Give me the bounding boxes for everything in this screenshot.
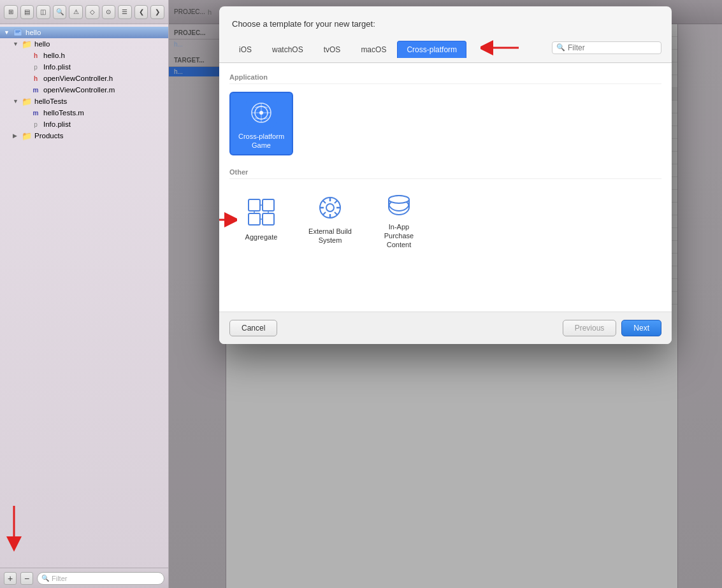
sidebar-tree: ▼ hello ▼ 📁 hello h hello.h p xyxy=(0,24,168,568)
toolbar-btn-7[interactable]: ⊙ xyxy=(102,5,116,19)
filter-input[interactable] xyxy=(568,43,657,52)
tab-arrow-container xyxy=(480,35,531,62)
sidebar-label-info-plist-1: Info.plist xyxy=(43,63,71,71)
toolbar-btn-1[interactable]: ⊞ xyxy=(4,5,18,19)
remove-button[interactable]: − xyxy=(20,572,33,585)
tab-bar: iOS watchOS tvOS macOS Cross-platform xyxy=(219,35,672,63)
sidebar-toolbar: ⊞ ▤ ◫ 🔍 ⚠ ◇ ⊙ ☰ ❮ ❯ xyxy=(0,0,168,24)
sidebar-label-openViewController-m: openViewController.m xyxy=(43,86,115,94)
sidebar-item-helloTests[interactable]: ▼ 📁 helloTests xyxy=(0,96,168,107)
main-area: PROJEC... h TARGET... h PROJEC... h... T… xyxy=(169,0,722,588)
cancel-button[interactable]: Cancel xyxy=(229,320,277,336)
inapp-icon-area xyxy=(382,188,415,219)
template-item-cross-platform-game[interactable]: Cross-platformGame xyxy=(229,92,293,155)
aggregate-icon xyxy=(246,197,277,227)
aggregate-icon-area xyxy=(245,196,278,229)
filter-icon: 🔍 xyxy=(41,575,49,582)
sidebar-bottom: + − 🔍 Filter xyxy=(0,568,168,588)
next-button[interactable]: Next xyxy=(621,320,661,336)
toolbar-btn-6[interactable]: ◇ xyxy=(85,5,99,19)
tab-tvos[interactable]: tvOS xyxy=(314,41,350,58)
aggregate-arrow xyxy=(219,207,237,234)
svg-rect-11 xyxy=(263,213,274,225)
inapp-purchase-icon xyxy=(384,188,414,219)
products-folder-icon: 📁 xyxy=(22,131,32,141)
tab-macos[interactable]: macOS xyxy=(351,41,396,58)
svg-rect-1 xyxy=(15,31,20,32)
toolbar-btn-9[interactable]: ❮ xyxy=(134,5,148,19)
m-file-icon: m xyxy=(31,85,41,95)
modal-header: Choose a template for your new target: xyxy=(219,6,672,35)
sidebar-label-openViewController-h: openViewController.h xyxy=(43,75,113,82)
sidebar-item-info-plist-2[interactable]: p Info.plist xyxy=(0,118,168,130)
filter-search-icon: 🔍 xyxy=(556,43,565,52)
sidebar-item-openViewController-m[interactable]: m openViewController.m xyxy=(0,84,168,96)
cross-platform-game-label: Cross-platformGame xyxy=(238,132,284,150)
project-icon xyxy=(13,27,23,38)
tab-ios[interactable]: iOS xyxy=(229,41,261,58)
template-item-external-build[interactable]: External BuildSystem xyxy=(298,187,362,250)
previous-button[interactable]: Previous xyxy=(563,320,617,336)
template-item-inapp[interactable]: In-App PurchaseContent xyxy=(367,187,431,250)
svg-point-7 xyxy=(259,111,263,115)
chevron-icon: ▼ xyxy=(13,41,22,47)
template-item-aggregate[interactable]: Aggregate xyxy=(229,187,293,250)
toolbar-btn-2[interactable]: ▤ xyxy=(20,5,34,19)
sidebar-label-info-plist-2: Info.plist xyxy=(43,120,71,128)
folder-icon: 📁 xyxy=(22,39,32,49)
chevron-icon-products: ▶ xyxy=(13,133,22,139)
svg-line-22 xyxy=(323,200,326,203)
external-build-icon xyxy=(315,192,345,223)
external-build-icon-area xyxy=(314,192,347,223)
modal-title-template-word: template xyxy=(270,19,301,29)
application-template-grid: Cross-platformGame xyxy=(229,92,661,155)
svg-rect-10 xyxy=(249,213,260,225)
sidebar-item-products[interactable]: ▶ 📁 Products xyxy=(0,130,168,141)
svg-point-17 xyxy=(326,204,334,212)
sidebar-item-hello-folder[interactable]: ▼ 📁 hello xyxy=(0,38,168,50)
folder-icon-2: 📁 xyxy=(22,96,32,106)
add-button[interactable]: + xyxy=(4,572,17,585)
svg-rect-2 xyxy=(15,32,19,33)
tab-cross-platform[interactable]: Cross-platform xyxy=(397,41,466,58)
svg-rect-8 xyxy=(249,199,260,211)
sidebar-label-hello-root: hello xyxy=(25,29,41,36)
inapp-label: In-App PurchaseContent xyxy=(373,222,424,250)
toolbar-btn-8[interactable]: ☰ xyxy=(118,5,132,19)
external-build-label: External BuildSystem xyxy=(308,227,352,245)
modal-footer: Cancel Previous Next xyxy=(219,312,672,344)
filter-placeholder: Filter xyxy=(52,575,67,582)
sidebar-label-helloTests: helloTests xyxy=(34,97,67,105)
m-file-icon-2: m xyxy=(31,108,41,118)
chevron-icon: ▼ xyxy=(13,98,22,104)
modal-overlay: Choose a template for your new target: i… xyxy=(169,0,722,588)
modal-dialog: Choose a template for your new target: i… xyxy=(219,6,672,344)
sidebar-label-hello-h: hello.h xyxy=(43,52,65,59)
sidebar-label-helloTests-m: helloTests.m xyxy=(43,109,84,117)
toolbar-btn-10[interactable]: ❯ xyxy=(150,5,164,19)
sidebar-item-hello-root[interactable]: ▼ hello xyxy=(0,27,168,38)
plist-icon: p xyxy=(31,62,41,72)
tab-watchos[interactable]: watchOS xyxy=(263,41,313,58)
other-template-grid: Aggregate xyxy=(229,187,661,250)
h-file-icon: h xyxy=(31,50,41,61)
sidebar-item-helloTests-m[interactable]: m helloTests.m xyxy=(0,107,168,118)
sidebar-label-products: Products xyxy=(34,132,63,140)
svg-point-28 xyxy=(389,196,409,203)
cross-platform-game-icon xyxy=(246,97,277,128)
sidebar-item-hello-h[interactable]: h hello.h xyxy=(0,50,168,61)
tab-arrow xyxy=(480,35,531,61)
application-section-header: Application xyxy=(229,73,661,84)
modal-content: Application xyxy=(219,63,672,312)
toolbar-btn-3[interactable]: ◫ xyxy=(36,5,50,19)
sidebar-item-openViewController-h[interactable]: h openViewController.h xyxy=(0,73,168,84)
sidebar-item-info-plist-1[interactable]: p Info.plist xyxy=(0,61,168,73)
toolbar-btn-4[interactable]: 🔍 xyxy=(53,5,67,19)
svg-line-24 xyxy=(335,200,337,203)
toolbar-btn-5[interactable]: ⚠ xyxy=(69,5,83,19)
plist-icon-2: p xyxy=(31,119,41,129)
sidebar-label-hello-folder: hello xyxy=(34,40,50,48)
aggregate-label: Aggregate xyxy=(245,233,278,241)
sidebar-filter-box[interactable]: 🔍 Filter xyxy=(37,572,164,585)
filter-container[interactable]: 🔍 xyxy=(552,41,661,54)
